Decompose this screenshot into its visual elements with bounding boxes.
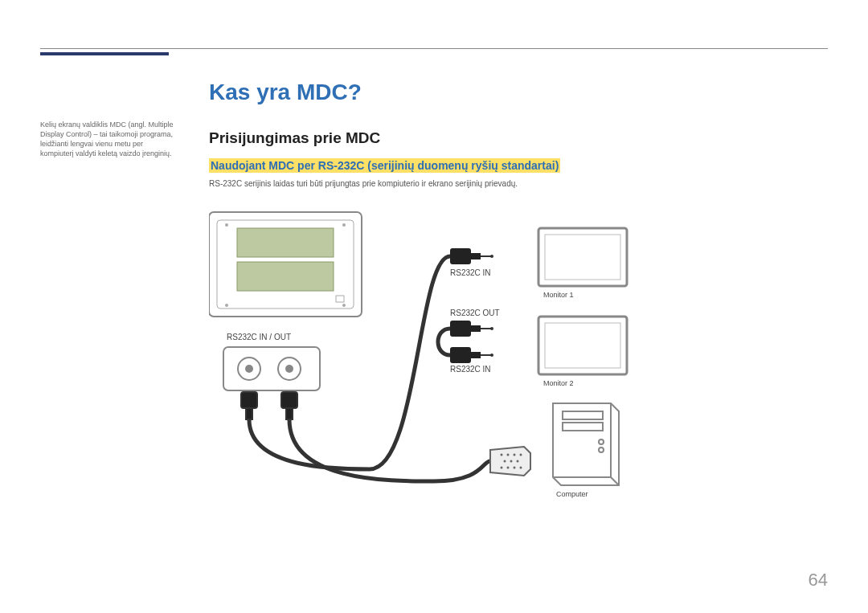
svg-rect-27 [471, 352, 481, 358]
svg-point-13 [285, 365, 293, 373]
content-columns: Kelių ekranų valdiklis MDC (angl. Multip… [40, 80, 828, 509]
connection-diagram: RS232C IN / OUT RS232C IN RS232C OUT RS2… [209, 204, 772, 509]
svg-point-50 [599, 439, 604, 444]
accent-bar [40, 52, 169, 55]
page: Kelių ekranų valdiklis MDC (angl. Multip… [0, 0, 868, 613]
svg-point-37 [501, 467, 503, 469]
svg-rect-49 [563, 423, 603, 431]
svg-rect-44 [545, 323, 620, 368]
top-divider [40, 48, 828, 49]
svg-rect-2 [237, 228, 334, 257]
main-content: Kas yra MDC? Prisijungimas prie MDC Naud… [209, 80, 828, 509]
svg-point-25 [490, 327, 493, 330]
label-rs-out: RS232C OUT [450, 309, 500, 317]
body-text: RS-232C serijinis laidas turi būti priju… [209, 179, 828, 188]
svg-rect-42 [545, 235, 620, 280]
svg-line-47 [611, 477, 619, 485]
svg-point-5 [342, 223, 346, 227]
svg-rect-16 [281, 392, 297, 408]
svg-point-36 [517, 460, 519, 463]
svg-point-30 [501, 454, 503, 456]
label-computer: Computer [556, 490, 588, 498]
svg-rect-26 [450, 347, 471, 363]
svg-point-40 [520, 467, 522, 469]
svg-point-21 [490, 255, 493, 258]
svg-point-29 [490, 353, 493, 357]
label-ports-header: RS232C IN / OUT [227, 333, 291, 341]
svg-rect-15 [246, 408, 252, 419]
svg-rect-17 [286, 408, 293, 419]
label-rs-in-1: RS232C IN [450, 268, 491, 277]
page-title: Kas yra MDC? [209, 80, 828, 105]
svg-point-11 [245, 365, 253, 373]
svg-rect-43 [538, 317, 627, 374]
label-monitor-1: Monitor 1 [543, 291, 574, 299]
svg-point-51 [599, 447, 604, 452]
svg-rect-18 [450, 248, 471, 264]
svg-rect-41 [538, 228, 627, 286]
svg-rect-22 [450, 321, 471, 337]
svg-point-32 [514, 454, 516, 456]
svg-rect-8 [336, 296, 344, 302]
svg-point-7 [342, 304, 346, 307]
section-heading: Prisijungimas prie MDC [209, 129, 828, 147]
svg-point-38 [507, 467, 510, 469]
label-monitor-2: Monitor 2 [543, 379, 574, 387]
svg-point-6 [225, 304, 228, 307]
svg-rect-19 [471, 253, 481, 260]
svg-rect-14 [241, 392, 257, 408]
svg-point-35 [510, 460, 513, 463]
svg-point-31 [507, 454, 510, 456]
svg-rect-3 [237, 262, 334, 291]
sidebar-note: Kelių ekranų valdiklis MDC (angl. Multip… [40, 80, 177, 509]
svg-point-4 [225, 223, 228, 227]
page-number: 64 [809, 570, 828, 591]
label-rs-in-2: RS232C IN [450, 365, 491, 374]
svg-rect-48 [563, 411, 603, 419]
svg-point-34 [504, 460, 506, 463]
svg-rect-23 [471, 325, 481, 332]
svg-point-33 [520, 454, 522, 456]
svg-point-39 [514, 467, 516, 469]
sub-heading: Naudojant MDC per RS-232C (serijinių duo… [209, 158, 560, 173]
